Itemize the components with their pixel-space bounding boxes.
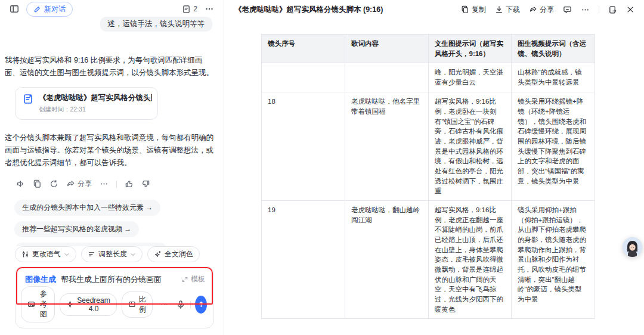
- download-icon: [495, 5, 503, 14]
- composer-input-row[interactable]: 图像生成 帮我生成上面所有的分镜画面 模板: [16, 266, 213, 285]
- expand-corners-icon: [181, 276, 188, 283]
- avatar-girl-icon: [623, 237, 642, 257]
- new-chat-button[interactable]: 新对话: [26, 2, 73, 17]
- template-label: 模板: [191, 274, 205, 284]
- crop-frame-icon: [128, 300, 136, 308]
- regenerate-button[interactable]: [49, 179, 58, 188]
- document-panel: 《老虎哒哒哒》超写实风格分镜头脚本 (9:16) 复制 下载 分享: [224, 0, 644, 335]
- cell-image-prompt: 峰，阳光明媚，天空湛蓝有少量白云: [429, 63, 512, 92]
- read-aloud-button[interactable]: [16, 179, 25, 188]
- chevron-down-icon: [64, 252, 70, 258]
- model-selector-button[interactable]: Seedream 4.0: [60, 293, 116, 316]
- storyboard-table: 镜头序号 歌词内容 文生图提示词（超写实风格开头，9:16） 图生视频提示词（含…: [261, 34, 595, 319]
- sidebar-icon: [10, 4, 19, 14]
- share-doc-button[interactable]: 分享: [529, 5, 554, 15]
- cell-video-prompt: 镜头采用环绕摇镜+降镜（环绕+降镜运镜），镜头围绕老虎和石碑缓慢环绕，展现周围的…: [512, 92, 595, 201]
- assistant-avatar-button[interactable]: [623, 237, 642, 257]
- app-window: 新对话 2 述，运镜手法，镜头说明等等 我将按超写实风格和 9:16 比例要求，…: [0, 0, 644, 335]
- adjust-length-label: 调整长度: [98, 249, 127, 259]
- arrow-up-icon: [197, 300, 206, 309]
- document-card-texts: 《老虎哒哒哒》超写实风格分镜头脚本（... 创建时间：22:31: [39, 93, 152, 114]
- document-header: 《老虎哒哒哒》超写实风格分镜头脚本 (9:16) 复制 下载 分享: [224, 0, 644, 19]
- export-doc-button[interactable]: [608, 5, 617, 14]
- composer[interactable]: 图像生成 帮我生成上面所有的分镜画面 模板 参考图 Seedream 4.0: [15, 266, 214, 328]
- cell-lyrics: 老虎哒哒哒，翻山越岭闯江湖: [345, 201, 429, 319]
- model-selector-label: Seedream 4.0: [77, 296, 110, 313]
- ellipsis-icon: [205, 4, 214, 14]
- toolbar-divider: [599, 6, 599, 13]
- download-doc-label: 下载: [506, 5, 520, 15]
- aspect-ratio-button[interactable]: 比例: [122, 291, 153, 318]
- close-icon: [626, 5, 634, 14]
- table-row: 18 老虎哒哒哒，他名字里带着镇国福 超写实风格，9:16比例，老虎卧在一块刻有…: [262, 92, 595, 201]
- suggestion-chip-effects[interactable]: 生成的分镜头脚本中加入一些特效元素 →: [14, 200, 160, 216]
- copy-message-button[interactable]: [33, 179, 42, 188]
- document-title: 《老虎哒哒哒》超写实风格分镜头脚本 (9:16): [234, 5, 383, 15]
- cell-lyrics: 老虎哒哒哒，他名字里带着镇国福: [345, 92, 429, 201]
- copy-doc-label: 复制: [472, 5, 486, 15]
- reference-image-button[interactable]: 参考图: [21, 286, 55, 322]
- quick-actions-row: 更改语气 调整长度 全文润色: [15, 246, 224, 262]
- copy-doc-button[interactable]: 复制: [461, 5, 486, 15]
- cell-shot-number: [262, 63, 345, 92]
- share-doc-label: 分享: [540, 5, 554, 15]
- chat-panel: 新对话 2 述，运镜手法，镜头说明等等 我将按超写实风格和 9:16 比例要求，…: [0, 0, 224, 335]
- microphone-icon: [176, 300, 185, 309]
- tune-sliders-icon: [21, 250, 29, 258]
- sidebar-toggle-button[interactable]: [8, 3, 20, 15]
- thumbs-up-icon: [125, 179, 134, 188]
- col-header-image-prompt: 文生图提示词（超写实风格开头，9:16）: [429, 35, 512, 63]
- lines-length-icon: [88, 250, 95, 258]
- change-tone-button[interactable]: 更改语气: [15, 246, 76, 262]
- four-point-star-icon: [66, 300, 74, 308]
- cell-video-prompt: 镜头采用仰拍+跟拍（仰拍+跟拍运镜），从山脚下仰拍老虎攀爬的身影，镜头随老虎的攀…: [512, 201, 595, 319]
- prompt-input-text[interactable]: 帮我生成上面所有的分镜画面: [61, 274, 162, 285]
- chat-more-button[interactable]: [203, 3, 215, 15]
- chevron-down-icon: [130, 252, 136, 258]
- copy-icon: [461, 5, 469, 14]
- template-button[interactable]: 模板: [181, 274, 205, 284]
- user-message-bubble: 述，运镜手法，镜头说明等等: [100, 17, 213, 32]
- comment-button[interactable]: [563, 5, 572, 14]
- polish-text-button[interactable]: 全文润色: [147, 246, 200, 262]
- new-chat-label: 新对话: [44, 4, 66, 14]
- skill-tag-image-generation[interactable]: 图像生成: [25, 274, 56, 285]
- document-card-title: 《老虎哒哒哒》超写实风格分镜头脚本（...: [39, 93, 152, 103]
- cell-image-prompt: 超写实风格，9:16比例，老虎卧在一块刻有"镇国之宝"的石碑旁，石碑古朴有风化痕…: [429, 92, 512, 201]
- col-header-lyrics: 歌词内容: [345, 35, 429, 63]
- speaker-icon: [16, 179, 25, 188]
- thumbs-down-button[interactable]: [141, 179, 150, 188]
- doc-count-button[interactable]: 2: [182, 5, 197, 14]
- thumbs-up-button[interactable]: [125, 179, 134, 188]
- assistant-intro-text: 我将按超写实风格和 9:16 比例要求，为每句歌词匹配详细画面、运镜的文生图与图…: [5, 54, 214, 79]
- document-toolbar: 复制 下载 分享: [461, 5, 634, 15]
- chat-header: 新对话 2: [0, 0, 224, 17]
- ellipsis-icon: [581, 5, 590, 14]
- suggestion-chip-videos[interactable]: 推荐一些超写实风格的老虎视频 →: [14, 221, 139, 237]
- composer-more-button[interactable]: [157, 299, 171, 310]
- ellipsis-icon: [100, 179, 109, 188]
- document-card-meta: 创建时间：22:31: [39, 106, 152, 114]
- send-button[interactable]: [195, 296, 207, 314]
- comment-bubble-icon: [563, 5, 572, 14]
- share-icon: [529, 5, 537, 14]
- document-card[interactable]: 《老虎哒哒哒》超写实风格分镜头脚本（... 创建时间：22:31: [15, 87, 158, 120]
- composer-divider: [190, 301, 191, 308]
- thumbs-down-icon: [141, 179, 150, 188]
- ellipsis-icon: [160, 300, 169, 309]
- share-message-button[interactable]: 分享: [66, 179, 92, 189]
- col-header-shot-number: 镜头序号: [262, 35, 345, 63]
- adjust-length-button[interactable]: 调整长度: [81, 246, 143, 262]
- col-header-video-prompt: 图生视频提示词（含运镜、镜头说明）: [512, 35, 595, 63]
- composer-toolbar: 参考图 Seedream 4.0 比例: [21, 286, 207, 322]
- doc-more-button[interactable]: [581, 5, 590, 14]
- close-panel-button[interactable]: [626, 5, 634, 14]
- sparkle-icon: [154, 250, 162, 258]
- microphone-button[interactable]: [176, 300, 185, 309]
- copy-icon: [33, 179, 42, 188]
- message-action-row: 分享: [16, 179, 214, 189]
- cell-image-prompt: 超写实风格，9:16比例，老虎正在翻越一座不算陡峭的山岗，前爪已经踏上山顶，后爪…: [429, 201, 512, 319]
- document-file-icon: [23, 94, 33, 104]
- message-more-button[interactable]: [100, 179, 109, 188]
- download-doc-button[interactable]: 下载: [495, 5, 520, 15]
